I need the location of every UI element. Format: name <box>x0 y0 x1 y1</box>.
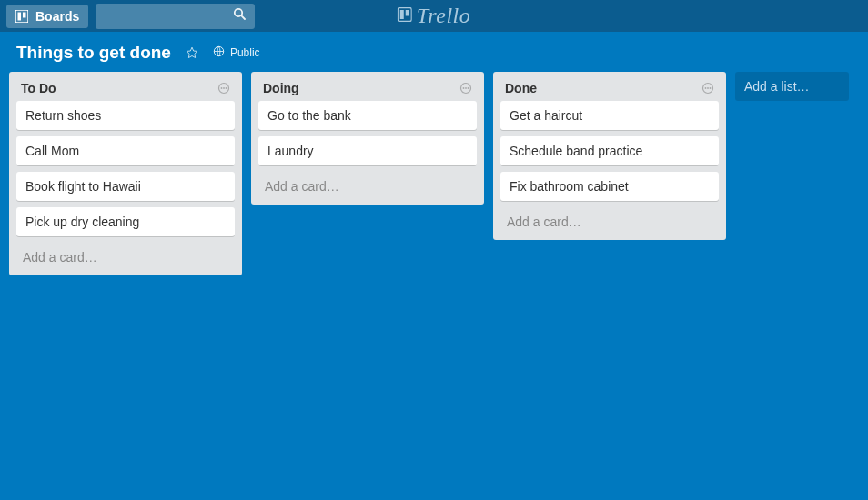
more-icon <box>217 82 230 95</box>
visibility-label: Public <box>230 46 260 59</box>
list-doing: Doing Go to the bank Laundry Add a card… <box>251 72 484 205</box>
card[interactable]: Go to the bank <box>258 101 477 130</box>
list-title[interactable]: To Do <box>21 81 56 95</box>
card[interactable]: Book flight to Hawaii <box>16 172 235 201</box>
globe-icon <box>213 45 225 60</box>
add-card-button[interactable]: Add a card… <box>14 243 237 266</box>
add-card-button[interactable]: Add a card… <box>498 207 722 231</box>
svg-point-18 <box>705 87 707 89</box>
svg-point-12 <box>226 87 227 89</box>
svg-point-15 <box>465 87 467 89</box>
logo-text: Trello <box>417 4 470 28</box>
board-title[interactable]: Things to get done <box>16 43 171 63</box>
list-todo: To Do Return shoes Call Mom Book flight … <box>9 72 242 275</box>
add-card-button[interactable]: Add a card… <box>256 172 479 195</box>
board-header: Things to get done Public <box>0 32 868 72</box>
svg-rect-7 <box>406 10 409 16</box>
add-list-button[interactable]: Add a list… <box>735 72 849 101</box>
svg-point-19 <box>707 87 709 89</box>
search-icon <box>233 7 247 25</box>
card[interactable]: Schedule band practice <box>500 136 719 165</box>
list-header: Done <box>498 77 722 101</box>
card[interactable]: Return shoes <box>16 101 235 130</box>
list-done: Done Get a haircut Schedule band practic… <box>493 72 726 240</box>
svg-rect-0 <box>15 10 28 23</box>
logo[interactable]: Trello <box>398 4 470 28</box>
more-icon <box>459 82 472 95</box>
svg-point-16 <box>468 87 469 89</box>
star-button[interactable] <box>186 46 198 59</box>
card[interactable]: Laundry <box>258 136 477 165</box>
search-input[interactable] <box>96 4 255 29</box>
list-menu-button[interactable] <box>701 82 714 95</box>
list-title[interactable]: Doing <box>263 81 299 95</box>
svg-point-20 <box>710 87 712 89</box>
list-title[interactable]: Done <box>505 81 537 95</box>
logo-icon <box>398 7 412 25</box>
svg-rect-6 <box>400 10 404 19</box>
list-menu-button[interactable] <box>217 82 230 95</box>
svg-point-10 <box>221 87 223 89</box>
list-menu-button[interactable] <box>459 82 472 95</box>
boards-button-label: Boards <box>35 9 79 24</box>
card[interactable]: Fix bathroom cabinet <box>500 172 719 201</box>
boards-icon <box>15 10 28 23</box>
more-icon <box>701 82 714 95</box>
top-header: Boards Trello <box>0 0 868 32</box>
svg-rect-2 <box>23 12 26 17</box>
card[interactable]: Get a haircut <box>500 101 719 130</box>
svg-point-14 <box>463 87 465 89</box>
svg-point-11 <box>223 87 225 89</box>
list-header: To Do <box>14 77 237 101</box>
svg-rect-1 <box>18 12 22 20</box>
lists-container: To Do Return shoes Call Mom Book flight … <box>0 72 868 275</box>
svg-rect-5 <box>398 7 411 21</box>
boards-button[interactable]: Boards <box>6 5 88 28</box>
svg-line-4 <box>241 15 245 19</box>
card[interactable]: Call Mom <box>16 136 235 165</box>
visibility-button[interactable]: Public <box>213 45 260 60</box>
star-icon <box>186 46 198 59</box>
list-header: Doing <box>256 77 479 101</box>
card[interactable]: Pick up dry cleaning <box>16 207 235 236</box>
